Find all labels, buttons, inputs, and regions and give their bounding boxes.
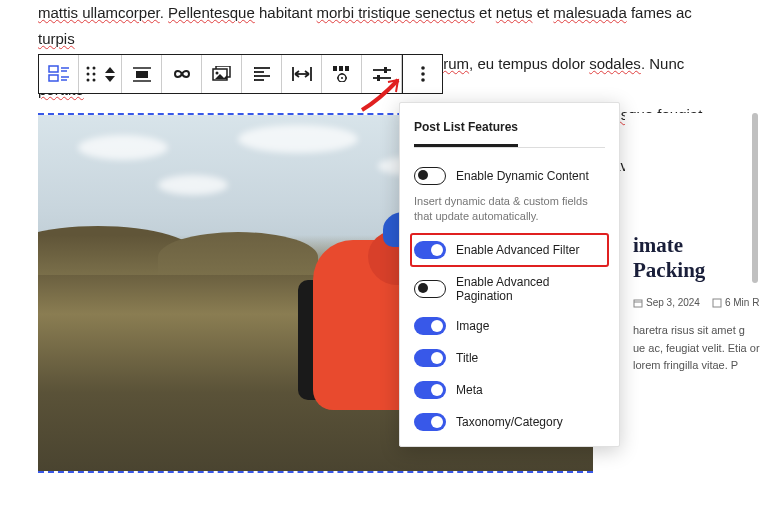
- infinity-icon[interactable]: [162, 55, 202, 93]
- toggle-label: Taxonomy/Category: [456, 415, 563, 429]
- clock-icon: 6 Min R: [712, 297, 759, 308]
- image-stack-icon[interactable]: [202, 55, 242, 93]
- svg-rect-25: [333, 66, 337, 71]
- toggle-row-tax[interactable]: Taxonomy/Category: [414, 406, 605, 438]
- svg-rect-33: [377, 75, 380, 81]
- toggle-tax[interactable]: [414, 413, 446, 431]
- svg-point-29: [341, 77, 343, 79]
- scrollbar[interactable]: [752, 113, 758, 283]
- drag-icon[interactable]: [79, 66, 103, 82]
- more-icon[interactable]: [402, 55, 442, 93]
- svg-point-11: [93, 79, 96, 82]
- toggle-label: Title: [456, 351, 478, 365]
- svg-rect-39: [713, 299, 721, 307]
- svg-point-36: [421, 78, 425, 82]
- toggle-label: Meta: [456, 383, 483, 397]
- svg-point-34: [421, 66, 425, 70]
- post-excerpt: haretra risus sit amet g ue ac, feugiat …: [633, 322, 760, 375]
- svg-point-10: [87, 79, 90, 82]
- text-align-icon[interactable]: [242, 55, 282, 93]
- columns-settings-icon[interactable]: [322, 55, 362, 93]
- sliders-icon[interactable]: [362, 55, 402, 93]
- svg-point-7: [93, 67, 96, 70]
- svg-point-35: [421, 72, 425, 76]
- svg-rect-27: [345, 66, 349, 71]
- toggle-row-advpag[interactable]: Enable Advanced Pagination: [414, 268, 605, 310]
- toggle-meta[interactable]: [414, 381, 446, 399]
- toggle-dynamic[interactable]: [414, 167, 446, 185]
- toggle-help: Insert dynamic data & custom fields that…: [414, 194, 605, 225]
- svg-point-9: [93, 73, 96, 76]
- dropdown-title: Post List Features: [414, 120, 518, 147]
- svg-rect-13: [136, 71, 148, 78]
- svg-rect-0: [49, 66, 58, 72]
- toggle-row-advfilter[interactable]: Enable Advanced Filter: [410, 233, 609, 267]
- width-icon[interactable]: [282, 55, 322, 93]
- layout-icon[interactable]: [39, 55, 79, 93]
- toggle-label: Enable Advanced Pagination: [456, 275, 605, 303]
- svg-rect-1: [49, 75, 58, 81]
- toggle-row-dynamic[interactable]: Enable Dynamic Content: [414, 160, 605, 192]
- toggle-row-title[interactable]: Title: [414, 342, 605, 374]
- svg-rect-37: [634, 300, 642, 307]
- toggle-row-image[interactable]: Image: [414, 310, 605, 342]
- sidebar-post-card: imate Packing Sep 3, 2024 6 Min R haretr…: [625, 113, 760, 473]
- svg-rect-26: [339, 66, 343, 71]
- svg-rect-31: [384, 67, 387, 73]
- toggle-row-meta[interactable]: Meta: [414, 374, 605, 406]
- calendar-icon: Sep 3, 2024: [633, 297, 700, 308]
- toggle-label: Enable Dynamic Content: [456, 169, 589, 183]
- toggle-label: Image: [456, 319, 489, 333]
- move-arrows-icon[interactable]: [103, 67, 121, 82]
- svg-point-17: [215, 72, 218, 75]
- toggle-title[interactable]: [414, 349, 446, 367]
- toggle-advfilter[interactable]: [414, 241, 446, 259]
- toggle-advpag[interactable]: [414, 280, 446, 298]
- align-icon[interactable]: [122, 55, 162, 93]
- toggle-label: Enable Advanced Filter: [456, 243, 579, 257]
- svg-point-8: [87, 73, 90, 76]
- svg-point-6: [87, 67, 90, 70]
- toggle-image[interactable]: [414, 317, 446, 335]
- block-toolbar: [38, 54, 443, 94]
- text-line-1: mattis ullamcorper. Pellentesque habitan…: [38, 4, 692, 47]
- post-title[interactable]: imate Packing: [633, 233, 760, 283]
- features-dropdown: Post List Features Enable Dynamic Conten…: [399, 102, 620, 447]
